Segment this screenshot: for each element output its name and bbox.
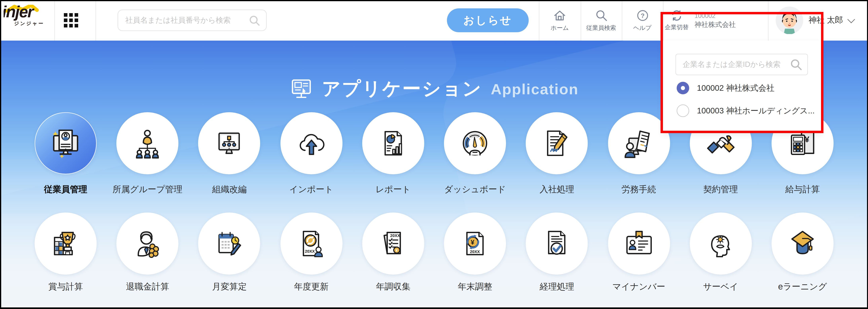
app-label: 所属グループ管理: [113, 184, 182, 195]
logo-kana: ジンジャー: [4, 20, 55, 27]
app-label: 年調収集: [376, 281, 410, 292]
svg-text:20XX: 20XX: [390, 234, 400, 238]
app-circle: [608, 213, 670, 275]
app-label: サーベイ: [703, 281, 738, 292]
nav-help[interactable]: ? ヘルプ: [622, 0, 663, 40]
application-monitor-icon: [289, 78, 313, 100]
employee-search-input[interactable]: [124, 16, 249, 25]
app-label: 年度更新: [294, 281, 329, 292]
app-circle: 20XX: [280, 213, 342, 275]
app-circle: [280, 112, 342, 174]
app-item-year-end-collection[interactable]: 20XX ¥ 年調収集: [354, 213, 433, 292]
app-circle: 20XX ¥: [362, 213, 424, 275]
import-icon: [295, 127, 328, 159]
year-end-adjustment-icon: ¥ 20XX: [459, 227, 491, 260]
app-label: 賞与計算: [48, 281, 83, 292]
app-item-retirement-calc[interactable]: 退職金計算: [108, 213, 187, 292]
app-item-my-number[interactable]: マイナンバー: [599, 213, 678, 292]
current-company-name: 神社株式会社: [694, 20, 736, 29]
e-learning-icon: [786, 227, 819, 260]
header-divider: [95, 0, 96, 40]
app-circle: [117, 112, 179, 174]
monthly-revision-icon: [213, 227, 245, 260]
app-label: 退職金計算: [126, 281, 169, 292]
survey-icon: [705, 227, 737, 260]
onboarding-icon: [541, 127, 573, 159]
page-title-en: Application: [491, 81, 579, 98]
app-item-group-management[interactable]: 所属グループ管理: [108, 112, 187, 195]
nav-employee-search-label: 従業員検索: [586, 24, 616, 32]
search-icon[interactable]: [249, 15, 260, 26]
radio-selected[interactable]: [677, 82, 689, 94]
jinjer-logo[interactable]: jinjer ジンジャー: [4, 4, 55, 36]
svg-text:¥: ¥: [396, 248, 398, 252]
accounting-icon: [541, 227, 573, 260]
app-item-import[interactable]: インポート: [272, 112, 351, 195]
app-label: 月変算定: [212, 281, 247, 292]
employee-search-box: [118, 9, 267, 31]
app-circle: [117, 213, 179, 275]
help-icon: ?: [636, 9, 649, 22]
company-option-100002[interactable]: 100002 神社株式会社: [677, 82, 774, 94]
retirement-calc-icon: [131, 227, 164, 260]
app-label: 組織改編: [212, 184, 247, 195]
app-item-bonus-calc[interactable]: 賞与計算: [26, 213, 105, 292]
app-item-employee-management[interactable]: 従業員管理: [26, 112, 105, 195]
app-item-annual-update[interactable]: 20XX 年度更新: [272, 213, 351, 292]
app-circle: ¥ 20XX: [444, 213, 506, 275]
current-company-id: 100002: [694, 12, 736, 19]
user-menu[interactable]: 神社 太郎: [776, 0, 854, 40]
app-item-survey[interactable]: サーベイ: [681, 213, 760, 292]
app-circle: [35, 112, 97, 174]
app-label: レポート: [375, 184, 411, 195]
chevron-down-icon: [847, 15, 855, 23]
user-name: 神社 太郎: [809, 15, 843, 26]
company-search-input[interactable]: [681, 60, 790, 69]
app-circle: [526, 213, 588, 275]
app-circle: [198, 213, 260, 275]
app-label: マイナンバー: [612, 281, 665, 292]
company-switch-icon: [670, 9, 683, 22]
avatar: [776, 6, 803, 34]
my-number-icon: [623, 227, 655, 260]
app-circle: [35, 213, 97, 275]
svg-text:¥: ¥: [805, 134, 809, 144]
notice-button[interactable]: おしらせ: [447, 8, 529, 32]
page-title-ja: アプリケーション: [322, 76, 482, 101]
app-item-onboarding[interactable]: 入社処理: [518, 112, 596, 195]
app-grid-icon[interactable]: [64, 13, 78, 27]
app-label: 労務手続: [622, 184, 656, 195]
company-switch-dropdown: 100002 神社株式会社 100003 神社ホールディングス...: [662, 40, 822, 132]
app-label: 従業員管理: [44, 184, 87, 195]
app-item-year-end-adjustment[interactable]: ¥ 20XX 年末調整: [436, 213, 514, 292]
nav-home[interactable]: ホーム: [539, 0, 581, 40]
app-item-report[interactable]: レポート: [354, 112, 433, 195]
app-item-dashboard[interactable]: ダッシュボード: [436, 112, 514, 195]
annual-update-icon: 20XX: [295, 227, 328, 260]
app-circle: [772, 213, 834, 275]
dashboard-icon: [459, 127, 491, 159]
svg-text:20XX: 20XX: [470, 249, 480, 254]
app-circle: [526, 112, 588, 174]
header-divider: [768, 0, 769, 40]
app-item-accounting[interactable]: 経理処理: [518, 213, 596, 292]
header-divider: [54, 0, 55, 40]
app-circle: [198, 112, 260, 174]
app-circle: [362, 112, 424, 174]
company-option-100003[interactable]: 100003 神社ホールディングス...: [677, 104, 815, 117]
labor-procedures-icon: [623, 127, 655, 159]
app-item-org-restructure[interactable]: 組織改編: [190, 112, 269, 195]
app-label: 経理処理: [539, 281, 574, 292]
nav-employee-search[interactable]: 従業員検索: [581, 0, 622, 40]
app-circle: [444, 112, 506, 174]
company-option-label: 100003 神社ホールディングス...: [697, 105, 815, 116]
app-item-monthly-revision[interactable]: 月変算定: [190, 213, 269, 292]
app-label: 入社処理: [539, 184, 574, 195]
app-label: 契約管理: [703, 184, 738, 195]
radio-unselected[interactable]: [677, 104, 689, 117]
svg-text:20XX: 20XX: [305, 249, 315, 253]
company-switcher[interactable]: 企業切替 100002 神社株式会社: [665, 0, 736, 40]
search-icon[interactable]: [790, 59, 802, 70]
report-icon: [377, 127, 409, 159]
app-item-e-learning[interactable]: eラーニング: [763, 213, 842, 292]
